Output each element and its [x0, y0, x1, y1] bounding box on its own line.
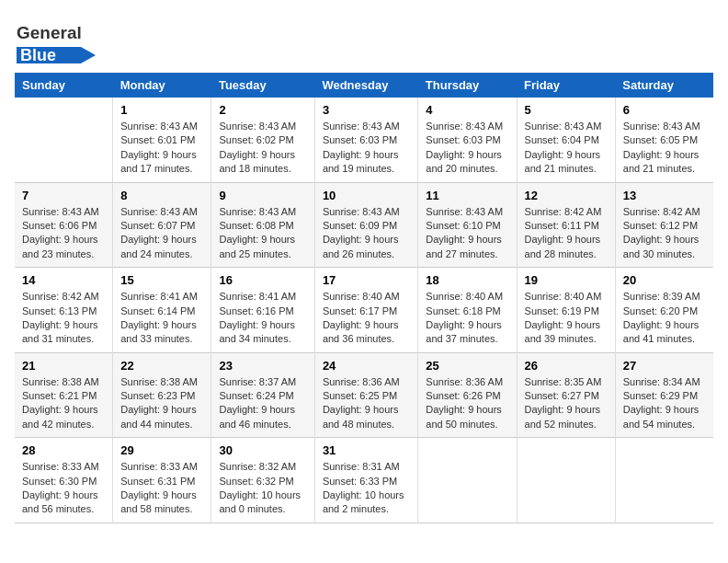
- day-number: 29: [120, 443, 203, 457]
- day-number: 5: [525, 103, 608, 117]
- day-number: 24: [323, 359, 410, 373]
- day-content: Sunrise: 8:42 AM Sunset: 6:13 PM Dayligh…: [22, 290, 105, 347]
- day-number: 19: [525, 273, 608, 287]
- calendar-cell: 22Sunrise: 8:38 AM Sunset: 6:23 PM Dayli…: [113, 352, 211, 438]
- day-content: Sunrise: 8:38 AM Sunset: 6:21 PM Dayligh…: [22, 375, 105, 432]
- day-content: Sunrise: 8:31 AM Sunset: 6:33 PM Dayligh…: [323, 460, 410, 517]
- calendar-cell: 23Sunrise: 8:37 AM Sunset: 6:24 PM Dayli…: [211, 352, 314, 438]
- day-number: 20: [623, 273, 706, 287]
- weekday-header: Tuesday: [211, 73, 314, 98]
- weekday-header: Thursday: [418, 73, 517, 98]
- day-content: Sunrise: 8:43 AM Sunset: 6:05 PM Dayligh…: [623, 120, 706, 177]
- day-number: 21: [22, 359, 105, 373]
- day-content: Sunrise: 8:43 AM Sunset: 6:08 PM Dayligh…: [219, 205, 306, 262]
- calendar-cell: 16Sunrise: 8:41 AM Sunset: 6:16 PM Dayli…: [211, 268, 314, 353]
- calendar-cell: 7Sunrise: 8:43 AM Sunset: 6:06 PM Daylig…: [15, 182, 113, 268]
- day-content: Sunrise: 8:43 AM Sunset: 6:09 PM Dayligh…: [323, 205, 410, 262]
- day-number: 14: [22, 273, 105, 287]
- day-content: Sunrise: 8:43 AM Sunset: 6:10 PM Dayligh…: [426, 205, 508, 262]
- calendar-cell: 13Sunrise: 8:42 AM Sunset: 6:12 PM Dayli…: [615, 182, 713, 268]
- calendar-week-row: 21Sunrise: 8:38 AM Sunset: 6:21 PM Dayli…: [15, 352, 713, 438]
- day-content: Sunrise: 8:40 AM Sunset: 6:19 PM Dayligh…: [525, 290, 608, 347]
- calendar-cell: 1Sunrise: 8:43 AM Sunset: 6:01 PM Daylig…: [113, 98, 211, 182]
- calendar-cell: 20Sunrise: 8:39 AM Sunset: 6:20 PM Dayli…: [615, 268, 713, 353]
- calendar-cell: 30Sunrise: 8:32 AM Sunset: 6:32 PM Dayli…: [211, 438, 314, 523]
- day-number: 30: [219, 443, 306, 457]
- day-number: 17: [323, 273, 410, 287]
- day-number: 13: [623, 189, 706, 202]
- calendar-cell: 18Sunrise: 8:40 AM Sunset: 6:18 PM Dayli…: [418, 268, 517, 353]
- day-number: 27: [623, 359, 706, 373]
- weekday-header: Sunday: [15, 73, 113, 98]
- weekday-header: Wednesday: [314, 73, 417, 98]
- calendar-cell: 19Sunrise: 8:40 AM Sunset: 6:19 PM Dayli…: [517, 268, 615, 353]
- day-content: Sunrise: 8:41 AM Sunset: 6:14 PM Dayligh…: [120, 290, 203, 347]
- calendar-cell: 4Sunrise: 8:43 AM Sunset: 6:03 PM Daylig…: [418, 98, 517, 182]
- day-number: 6: [623, 103, 706, 117]
- calendar-cell: 3Sunrise: 8:43 AM Sunset: 6:03 PM Daylig…: [314, 98, 417, 182]
- day-content: Sunrise: 8:42 AM Sunset: 6:12 PM Dayligh…: [623, 205, 706, 262]
- day-number: 3: [323, 103, 410, 117]
- calendar-cell: 10Sunrise: 8:43 AM Sunset: 6:09 PM Dayli…: [314, 182, 417, 268]
- day-content: Sunrise: 8:35 AM Sunset: 6:27 PM Dayligh…: [525, 375, 608, 432]
- day-content: Sunrise: 8:43 AM Sunset: 6:01 PM Dayligh…: [120, 120, 203, 177]
- calendar-cell: 9Sunrise: 8:43 AM Sunset: 6:08 PM Daylig…: [211, 182, 314, 268]
- day-content: Sunrise: 8:41 AM Sunset: 6:16 PM Dayligh…: [219, 290, 306, 347]
- day-number: 15: [120, 273, 203, 287]
- calendar-cell: 15Sunrise: 8:41 AM Sunset: 6:14 PM Dayli…: [113, 268, 211, 353]
- day-number: 7: [22, 189, 105, 202]
- weekday-header: Friday: [517, 73, 615, 98]
- day-number: 11: [426, 189, 508, 202]
- day-content: Sunrise: 8:36 AM Sunset: 6:26 PM Dayligh…: [426, 375, 508, 432]
- calendar-cell: 21Sunrise: 8:38 AM Sunset: 6:21 PM Dayli…: [15, 352, 113, 438]
- day-number: 26: [525, 359, 608, 373]
- calendar-cell: [418, 438, 517, 523]
- day-content: Sunrise: 8:33 AM Sunset: 6:31 PM Dayligh…: [120, 460, 203, 517]
- page-header: General Blue: [15, 15, 713, 65]
- day-content: Sunrise: 8:39 AM Sunset: 6:20 PM Dayligh…: [623, 290, 706, 347]
- weekday-header: Saturday: [615, 73, 713, 98]
- day-content: Sunrise: 8:43 AM Sunset: 6:07 PM Dayligh…: [120, 205, 203, 262]
- calendar-week-row: 14Sunrise: 8:42 AM Sunset: 6:13 PM Dayli…: [15, 268, 713, 353]
- calendar-cell: 17Sunrise: 8:40 AM Sunset: 6:17 PM Dayli…: [314, 268, 417, 353]
- logo: General Blue: [15, 15, 125, 65]
- calendar-week-row: 28Sunrise: 8:33 AM Sunset: 6:30 PM Dayli…: [15, 438, 713, 523]
- weekday-header: Monday: [113, 73, 211, 98]
- day-content: Sunrise: 8:40 AM Sunset: 6:18 PM Dayligh…: [426, 290, 508, 347]
- day-content: Sunrise: 8:43 AM Sunset: 6:03 PM Dayligh…: [426, 120, 508, 177]
- calendar-cell: [15, 98, 113, 182]
- day-content: Sunrise: 8:42 AM Sunset: 6:11 PM Dayligh…: [525, 205, 608, 262]
- day-number: 10: [323, 189, 410, 202]
- logo-svg: General Blue: [15, 15, 125, 65]
- calendar-cell: 26Sunrise: 8:35 AM Sunset: 6:27 PM Dayli…: [517, 352, 615, 438]
- calendar-cell: 29Sunrise: 8:33 AM Sunset: 6:31 PM Dayli…: [113, 438, 211, 523]
- day-content: Sunrise: 8:33 AM Sunset: 6:30 PM Dayligh…: [22, 460, 105, 517]
- day-number: 12: [525, 189, 608, 202]
- day-content: Sunrise: 8:34 AM Sunset: 6:29 PM Dayligh…: [623, 375, 706, 432]
- day-number: 25: [426, 359, 508, 373]
- calendar-week-row: 7Sunrise: 8:43 AM Sunset: 6:06 PM Daylig…: [15, 182, 713, 268]
- calendar-cell: [517, 438, 615, 523]
- day-number: 16: [219, 273, 306, 287]
- calendar-cell: 5Sunrise: 8:43 AM Sunset: 6:04 PM Daylig…: [517, 98, 615, 182]
- svg-text:General: General: [17, 23, 82, 42]
- calendar-cell: 14Sunrise: 8:42 AM Sunset: 6:13 PM Dayli…: [15, 268, 113, 353]
- svg-text:Blue: Blue: [20, 46, 56, 64]
- day-number: 4: [426, 103, 508, 117]
- day-content: Sunrise: 8:32 AM Sunset: 6:32 PM Dayligh…: [219, 460, 306, 517]
- calendar-week-row: 1Sunrise: 8:43 AM Sunset: 6:01 PM Daylig…: [15, 98, 713, 182]
- day-number: 9: [219, 189, 306, 202]
- day-number: 8: [120, 189, 203, 202]
- day-content: Sunrise: 8:43 AM Sunset: 6:06 PM Dayligh…: [22, 205, 105, 262]
- calendar-table: SundayMondayTuesdayWednesdayThursdayFrid…: [15, 73, 713, 523]
- calendar-cell: 24Sunrise: 8:36 AM Sunset: 6:25 PM Dayli…: [314, 352, 417, 438]
- calendar-cell: 28Sunrise: 8:33 AM Sunset: 6:30 PM Dayli…: [15, 438, 113, 523]
- day-content: Sunrise: 8:37 AM Sunset: 6:24 PM Dayligh…: [219, 375, 306, 432]
- weekday-header-row: SundayMondayTuesdayWednesdayThursdayFrid…: [15, 73, 713, 98]
- day-content: Sunrise: 8:36 AM Sunset: 6:25 PM Dayligh…: [323, 375, 410, 432]
- calendar-cell: 31Sunrise: 8:31 AM Sunset: 6:33 PM Dayli…: [314, 438, 417, 523]
- day-content: Sunrise: 8:38 AM Sunset: 6:23 PM Dayligh…: [120, 375, 203, 432]
- day-number: 31: [323, 443, 410, 457]
- calendar-cell: 25Sunrise: 8:36 AM Sunset: 6:26 PM Dayli…: [418, 352, 517, 438]
- day-content: Sunrise: 8:43 AM Sunset: 6:03 PM Dayligh…: [323, 120, 410, 177]
